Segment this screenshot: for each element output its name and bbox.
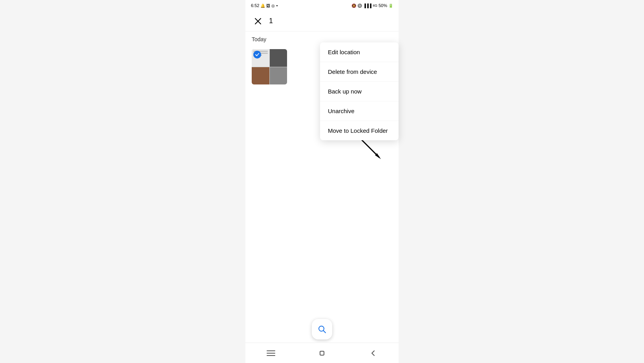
- phone-screen: 6:52 🔔 🖼 ◎ • 🔕 🔘 ▐▐▐ 4G 50% 🔋 1 Today: [245, 0, 399, 363]
- main-content: Today: [245, 31, 399, 89]
- close-button[interactable]: [252, 15, 264, 28]
- photo-cell-grey: [270, 67, 287, 85]
- status-left: 6:52 🔔 🖼 ◎ •: [251, 3, 278, 8]
- signal-icon: ▐▐▐: [363, 4, 371, 8]
- time-display: 6:52: [251, 3, 259, 8]
- menu-item-edit-location[interactable]: Edit location: [320, 42, 399, 62]
- network-type: 4G: [373, 4, 377, 7]
- status-bar: 6:52 🔔 🖼 ◎ • 🔕 🔘 ▐▐▐ 4G 50% 🔋: [245, 0, 399, 11]
- nav-back-button[interactable]: [364, 345, 382, 362]
- svg-marker-3: [375, 153, 381, 159]
- menu-item-move-to-locked-folder[interactable]: Move to Locked Folder: [320, 121, 399, 140]
- svg-line-5: [324, 331, 326, 333]
- context-menu: Edit location Delete from device Back up…: [320, 42, 399, 140]
- selected-count: 1: [269, 17, 273, 25]
- header-bar: 1: [245, 11, 399, 31]
- wifi-icon: 🔘: [357, 4, 362, 8]
- photo-cell-brown: [252, 67, 269, 85]
- battery-icon: 🔋: [388, 4, 393, 8]
- section-label: Today: [252, 36, 392, 42]
- selected-badge: [253, 51, 261, 59]
- menu-item-back-up-now[interactable]: Back up now: [320, 82, 399, 101]
- menu-item-delete-from-device[interactable]: Delete from device: [320, 62, 399, 82]
- photo-container[interactable]: [252, 49, 287, 84]
- mute-icon: 🔕: [351, 4, 356, 8]
- nav-home-button[interactable]: [313, 345, 331, 362]
- location-icon: ◎: [271, 4, 275, 8]
- search-fab[interactable]: [312, 319, 332, 339]
- menu-item-unarchive[interactable]: Unarchive: [320, 101, 399, 121]
- battery-percent: 50%: [379, 3, 387, 8]
- status-right: 🔕 🔘 ▐▐▐ 4G 50% 🔋: [351, 3, 393, 8]
- dot-indicator: •: [276, 3, 278, 8]
- svg-rect-9: [320, 351, 324, 355]
- image-icon: 🖼: [266, 4, 270, 8]
- photo-cell-dark: [270, 49, 287, 67]
- nav-menu-button[interactable]: [262, 345, 280, 362]
- notification-icon: 🔔: [260, 4, 265, 8]
- bottom-nav: [245, 343, 399, 363]
